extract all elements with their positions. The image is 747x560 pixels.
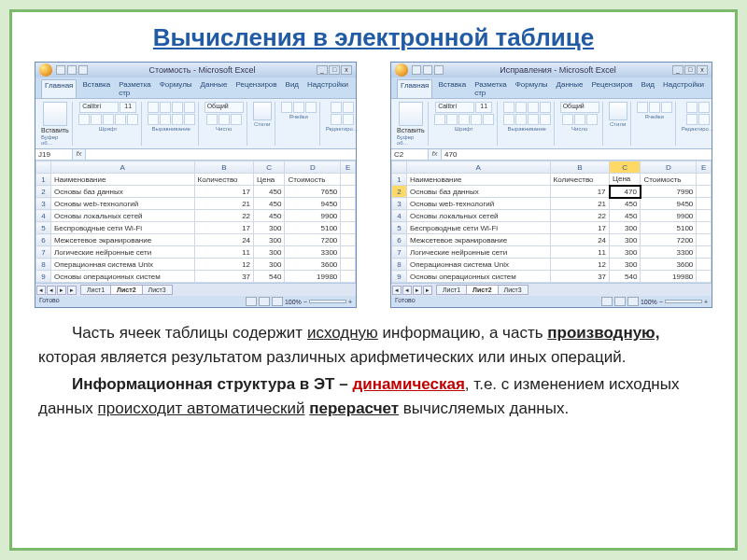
office-orb-icon — [395, 63, 408, 77]
sheet-tabs: ◂◂▸▸ Лист1 Лист2 Лист3 — [35, 283, 356, 296]
ribbon-tab: Надстройки — [304, 79, 351, 98]
screenshots-row: Стоимость - Microsoft Excel _ □ x Главна… — [23, 62, 724, 308]
quick-access-toolbar — [56, 65, 88, 75]
paragraph-2: Информационная структура в ЭТ – динамиче… — [38, 372, 709, 420]
window-title: Исправления - Microsoft Excel — [444, 65, 672, 75]
formula-bar: C2 fx 470 — [391, 149, 712, 161]
group-styles: Стили — [250, 102, 275, 146]
titlebar: Стоимость - Microsoft Excel _ □ x — [35, 63, 356, 77]
ribbon-tab: Вставка — [79, 79, 113, 98]
close-icon: x — [341, 65, 352, 75]
group-number: Общий Число — [202, 102, 247, 146]
close-icon: x — [697, 65, 708, 75]
maximize-icon: □ — [329, 65, 340, 75]
office-orb-icon — [39, 63, 52, 77]
excel-screenshot-right: Исправления - Microsoft Excel _ □ x Глав… — [390, 62, 712, 308]
fx-icon: fx — [73, 149, 86, 160]
group-cells: Ячейки — [278, 102, 320, 146]
sheet-tabs: ◂◂▸▸ Лист1 Лист2 Лист3 — [391, 283, 712, 296]
spreadsheet-grid: ABCDE 1НаименованиеКоличествоЦенаСтоимос… — [391, 161, 712, 283]
slide-frame: Вычисления в электронной таблице Стоимос… — [9, 9, 738, 551]
ribbon-tabs: Главная Вставка Разметка стр Формулы Дан… — [35, 77, 356, 98]
ribbon: Вставить Буфер об… Calibri11 Шрифт Вырав… — [35, 98, 356, 149]
group-clipboard: Вставить Буфер об… — [38, 102, 73, 146]
body-text: Часть ячеек таблицы содержит исходную ин… — [23, 321, 724, 420]
status-bar: Готово 100%−+ — [391, 296, 712, 307]
paragraph-1: Часть ячеек таблицы содержит исходную ин… — [38, 321, 709, 369]
ribbon: ВставитьБуфер об… Calibri11Шрифт Выравни… — [391, 98, 712, 149]
titlebar: Исправления - Microsoft Excel _ □ x — [391, 63, 712, 77]
ribbon-tab: Вид — [283, 79, 302, 98]
maximize-icon: □ — [684, 65, 696, 75]
formula-value: 470 — [442, 149, 712, 160]
ribbon-tab-home: Главная — [41, 79, 77, 98]
group-editing: Редактиро… — [323, 102, 361, 146]
minimize-icon: _ — [672, 65, 684, 75]
group-align: Выравнивание — [145, 102, 199, 146]
ribbon-tab: Разметка стр — [116, 79, 154, 98]
window-title: Стоимость - Microsoft Excel — [88, 65, 317, 75]
status-bar: Готово 100%−+ — [35, 296, 356, 307]
excel-screenshot-left: Стоимость - Microsoft Excel _ □ x Главна… — [35, 62, 357, 308]
slide-title: Вычисления в электронной таблице — [23, 23, 724, 52]
formula-value — [86, 149, 356, 160]
fx-icon: fx — [429, 149, 442, 160]
minimize-icon: _ — [317, 65, 328, 75]
ribbon-tabs: Главная Вставка Разметка стр Формулы Дан… — [391, 77, 712, 98]
formula-bar: J19 fx — [35, 149, 356, 161]
window-controls: _ □ x — [317, 65, 352, 75]
paste-icon — [43, 102, 67, 126]
ribbon-tab: Рецензиров — [233, 79, 279, 98]
name-box: C2 — [391, 149, 429, 160]
ribbon-tab: Формулы — [157, 79, 195, 98]
ribbon-tab: Данные — [198, 79, 231, 98]
styles-icon — [253, 102, 272, 120]
group-font: Calibri11 Шрифт — [76, 102, 142, 146]
name-box: J19 — [35, 149, 73, 160]
spreadsheet-grid: ABCDE 1НаименованиеКоличествоЦенаСтоимос… — [35, 161, 356, 283]
